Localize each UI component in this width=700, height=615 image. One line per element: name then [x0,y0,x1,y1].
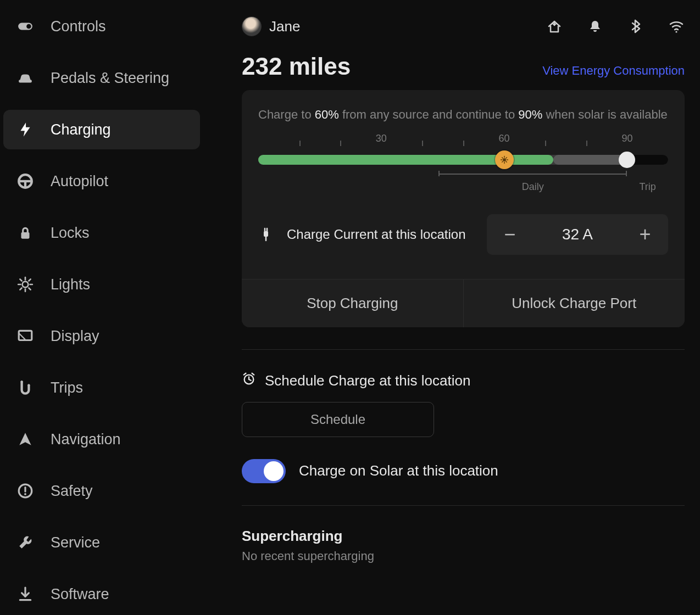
sidebar-item-label: Locks [51,225,90,242]
charge-current-row: Charge Current at this location − 32 A + [258,214,668,255]
charge-current-value: 32 A [562,226,593,243]
unlock-charge-port-button[interactable]: Unlock Charge Port [463,279,685,327]
charge-limit-handle[interactable] [619,152,635,168]
download-icon [15,584,35,604]
solar-toggle-label: Charge on Solar at this location [299,462,498,479]
view-energy-link[interactable]: View Energy Consumption [542,64,685,78]
sidebar-item-label: Pedals & Steering [51,70,169,87]
sidebar-item-label: Navigation [51,431,121,448]
slider-ticks: 30 60 90 [258,135,668,154]
sidebar-item-label: Lights [51,276,90,293]
trips-icon [15,378,35,398]
profile-name: Jane [269,18,300,35]
status-icons [546,18,685,35]
supercharging-section: Supercharging No recent supercharging [242,528,685,563]
tick-label: 60 [499,133,510,144]
charge-limit-text: Charge to 60% from any source and contin… [258,107,668,123]
charge-current-label: Charge Current at this location [287,226,474,243]
sidebar-item-display[interactable]: Display [3,316,200,356]
sidebar-item-lights[interactable]: Lights [3,265,200,304]
display-icon [15,326,35,346]
schedule-button[interactable]: Schedule [242,402,434,437]
alarm-icon [242,372,256,390]
slider-range-labels: Daily Trip [258,174,668,195]
sidebar-item-label: Controls [51,18,106,35]
charge-limit-slider[interactable] [258,155,668,165]
sidebar-item-software[interactable]: Software [3,574,200,614]
wrench-icon [15,533,35,552]
card-actions: Stop Charging Unlock Charge Port [242,279,685,327]
bolt-icon [15,120,35,139]
solar-start-handle[interactable] [495,150,514,169]
sidebar-item-label: Autopilot [51,173,108,190]
charge-current-stepper: − 32 A + [487,214,668,255]
home-icon[interactable] [546,18,563,35]
sidebar-item-label: Safety [51,483,93,500]
top-bar: Jane [242,16,685,36]
tick-label: 30 [376,133,387,144]
steering-wheel-icon [15,171,35,191]
schedule-title: Schedule Charge at this location [265,372,470,389]
bell-icon[interactable] [587,18,603,35]
sidebar-item-label: Trips [51,379,83,396]
sidebar-item-service[interactable]: Service [3,523,200,562]
toggle-knob [264,461,284,481]
sidebar-item-navigation[interactable]: Navigation [3,420,200,459]
supercharging-title: Supercharging [242,528,685,545]
sidebar-item-label: Charging [51,121,111,138]
divider [242,349,685,350]
sidebar-item-safety[interactable]: Safety [3,471,200,511]
stop-charging-button[interactable]: Stop Charging [242,279,463,327]
lock-icon [15,223,35,243]
safety-icon [15,481,35,501]
supercharging-subtitle: No recent supercharging [242,549,685,563]
increase-current-button[interactable]: + [634,223,656,246]
divider [242,505,685,506]
charge-card: Charge to 60% from any source and contin… [242,90,685,327]
sidebar-item-locks[interactable]: Locks [3,213,200,253]
sidebar-item-charging[interactable]: Charging [3,110,200,149]
schedule-header: Schedule Charge at this location [242,372,685,390]
bluetooth-icon[interactable] [627,18,644,35]
lights-icon [15,275,35,294]
main-content: Jane 232 miles View Energy Consumption C… [203,0,700,615]
solar-toggle-row: Charge on Solar at this location [242,459,685,483]
sidebar-item-label: Service [51,534,100,551]
profile[interactable]: Jane [242,16,300,36]
sidebar-item-pedals[interactable]: Pedals & Steering [3,58,200,98]
trip-label: Trip [640,181,656,193]
car-icon [15,68,35,88]
sidebar-item-label: Display [51,328,99,345]
avatar [242,16,262,36]
sidebar-item-controls[interactable]: Controls [3,12,200,46]
plug-icon [258,227,274,242]
sidebar: Controls Pedals & Steering Charging Auto… [0,0,203,615]
wifi-icon[interactable] [668,18,685,35]
sidebar-item-trips[interactable]: Trips [3,368,200,407]
sidebar-item-autopilot[interactable]: Autopilot [3,161,200,201]
toggle-icon [15,16,35,36]
navigation-icon [15,429,35,449]
tick-label: 90 [621,133,632,144]
solar-toggle[interactable] [242,459,286,483]
range-value: 232 miles [242,53,351,80]
daily-label: Daily [522,181,544,193]
sidebar-item-label: Software [51,586,109,603]
decrease-current-button[interactable]: − [499,223,521,246]
